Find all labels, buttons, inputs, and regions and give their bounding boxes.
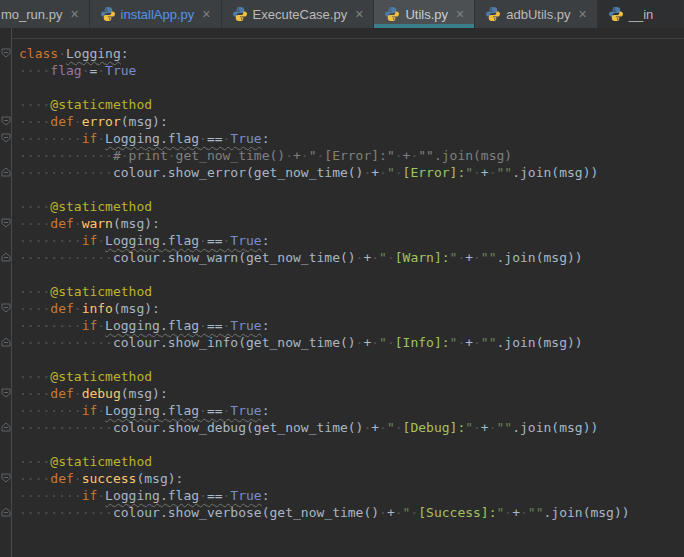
code-line — [0, 181, 684, 198]
ide-window: mo_run.py×installApp.py×ExecuteCase.py×U… — [0, 0, 684, 557]
code-line-text: ····flag·=·True — [19, 62, 136, 79]
fold-collapse-icon[interactable] — [1, 48, 11, 58]
tab-label: ExecuteCase.py — [253, 7, 348, 22]
code-line: ····@staticmethod — [0, 368, 684, 385]
gutter-cell — [0, 453, 19, 470]
tab-utils-py[interactable]: Utils.py× — [374, 0, 475, 28]
code-line-text: ····@staticmethod — [19, 368, 152, 385]
code-editor[interactable]: class·Logging:····flag·=·True····@static… — [0, 28, 684, 557]
code-line-text: ····def·success(msg): — [19, 470, 183, 487]
fold-collapse-end-icon[interactable] — [1, 507, 11, 517]
tab-installapp-py[interactable]: installApp.py× — [90, 0, 222, 28]
code-line-text: ····@staticmethod — [19, 198, 152, 215]
gutter-cell — [0, 45, 19, 62]
gutter-cell — [0, 538, 19, 555]
code-line: ········if·Logging.flag·==·True: — [0, 232, 684, 249]
code-line: ····@staticmethod — [0, 96, 684, 113]
gutter-cell — [0, 113, 19, 130]
python-file-icon — [608, 6, 624, 22]
code-area: class·Logging:····flag·=·True····@static… — [0, 28, 684, 555]
code-line: ········if·Logging.flag·==·True: — [0, 402, 684, 419]
tab-close-icon[interactable]: × — [202, 7, 210, 21]
code-line-text: class·Logging: — [19, 45, 129, 62]
gutter-cell — [0, 504, 19, 521]
gutter-cell — [0, 521, 19, 538]
tab-label: Utils.py — [405, 7, 448, 22]
code-line — [0, 538, 684, 555]
code-line: ····def·warn(msg): — [0, 215, 684, 232]
fold-collapse-icon[interactable] — [1, 218, 11, 228]
method-separator-line — [0, 28, 684, 45]
gutter-cell — [0, 419, 19, 436]
gutter-cell — [0, 147, 19, 164]
code-line: ············colour.show_debug(get_now_ti… — [0, 419, 684, 436]
fold-collapse-icon[interactable] — [1, 133, 11, 143]
code-line-text: ········if·Logging.flag·==·True: — [19, 317, 270, 334]
gutter-cell — [0, 436, 19, 453]
tab-label: installApp.py — [121, 7, 195, 22]
gutter-cell — [0, 283, 19, 300]
gutter-cell — [0, 79, 19, 96]
tab-close-icon[interactable]: × — [355, 7, 363, 21]
code-line-text: ············#·print·get_now_time()·+·"·[… — [19, 147, 512, 164]
code-line: ····@staticmethod — [0, 453, 684, 470]
gutter-cell — [0, 232, 19, 249]
python-file-icon — [100, 6, 116, 22]
code-line-text: ············colour.show_info(get_now_tim… — [19, 334, 583, 351]
gutter-cell — [0, 487, 19, 504]
gutter-cell — [0, 249, 19, 266]
code-line-text: ········if·Logging.flag·==·True: — [19, 130, 270, 147]
code-line: ····@staticmethod — [0, 283, 684, 300]
tab-label: mo_run.py — [1, 7, 62, 22]
gutter-cell — [0, 351, 19, 368]
code-line: ····@staticmethod — [0, 198, 684, 215]
tab-mo-run-py[interactable]: mo_run.py× — [0, 0, 90, 28]
gutter-cell — [0, 334, 19, 351]
tab-close-icon[interactable]: × — [579, 7, 587, 21]
tab-label: __in — [629, 7, 654, 22]
tab-label: adbUtils.py — [506, 7, 570, 22]
gutter-cell — [0, 385, 19, 402]
code-line-text: ····def·debug(msg): — [19, 385, 168, 402]
code-line: ············colour.show_error(get_now_ti… — [0, 164, 684, 181]
code-line-text: ····def·info(msg): — [19, 300, 160, 317]
code-line-text: ············colour.show_error(get_now_ti… — [19, 164, 598, 181]
tab-adbutils-py[interactable]: adbUtils.py× — [475, 0, 598, 28]
fold-collapse-end-icon[interactable] — [1, 422, 11, 432]
gutter-cell — [0, 470, 19, 487]
gutter-cell — [0, 300, 19, 317]
tab-in[interactable]: __in — [598, 0, 684, 28]
fold-collapse-end-icon[interactable] — [1, 167, 11, 177]
gutter-cell — [0, 62, 19, 79]
fold-collapse-end-icon[interactable] — [1, 337, 11, 347]
gutter-cell — [0, 28, 19, 45]
code-line-text: ····@staticmethod — [19, 96, 152, 113]
code-line-text: ····def·error(msg): — [19, 113, 168, 130]
code-line: class·Logging: — [0, 45, 684, 62]
code-line-text: ····def·warn(msg): — [19, 215, 160, 232]
fold-collapse-icon[interactable] — [1, 303, 11, 313]
code-line-text: ····@staticmethod — [19, 453, 152, 470]
code-line-text: ········if·Logging.flag·==·True: — [19, 232, 270, 249]
gutter-cell — [0, 266, 19, 283]
gutter-cell — [0, 402, 19, 419]
gutter-cell — [0, 368, 19, 385]
editor-tabs: mo_run.py×installApp.py×ExecuteCase.py×U… — [0, 0, 684, 28]
code-line — [0, 436, 684, 453]
code-line — [0, 351, 684, 368]
python-file-icon — [232, 6, 248, 22]
tab-close-icon[interactable]: × — [70, 7, 78, 21]
gutter-cell — [0, 198, 19, 215]
code-line: ············colour.show_verbose(get_now_… — [0, 504, 684, 521]
fold-collapse-end-icon[interactable] — [1, 252, 11, 262]
code-line: ····def·success(msg): — [0, 470, 684, 487]
fold-collapse-icon[interactable] — [1, 473, 11, 483]
fold-collapse-icon[interactable] — [1, 388, 11, 398]
tab-executecase-py[interactable]: ExecuteCase.py× — [222, 0, 375, 28]
tab-close-icon[interactable]: × — [456, 7, 464, 21]
code-line-text: ········if·Logging.flag·==·True: — [19, 487, 270, 504]
gutter-cell — [0, 181, 19, 198]
python-file-icon — [485, 6, 501, 22]
code-line: ············colour.show_warn(get_now_tim… — [0, 249, 684, 266]
fold-collapse-icon[interactable] — [1, 116, 11, 126]
